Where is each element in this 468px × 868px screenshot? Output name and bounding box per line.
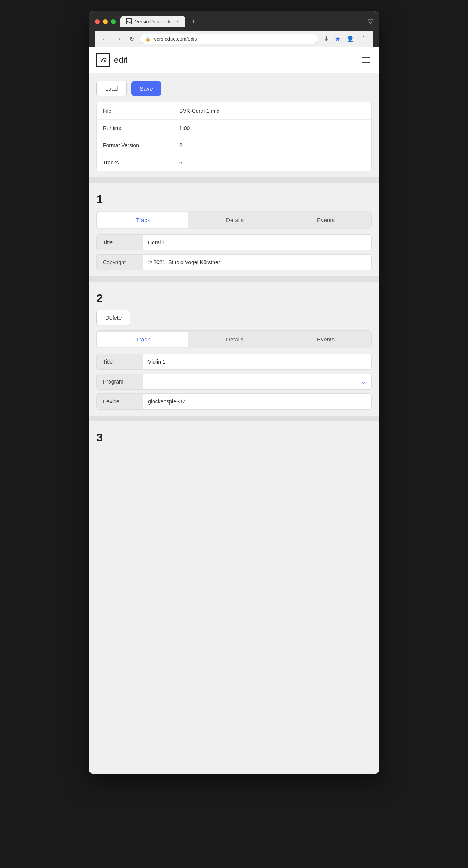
format-version-row: Format Version 2 <box>97 137 371 154</box>
track-1-number: 1 <box>96 189 372 206</box>
traffic-lights <box>95 19 116 24</box>
track-2-title-row: Title <box>96 354 372 370</box>
section-divider-2 <box>89 276 379 282</box>
url-text: versioduo.com/edit/ <box>154 36 197 42</box>
new-tab-button[interactable]: + <box>188 17 199 26</box>
back-button[interactable]: ← <box>99 34 110 44</box>
nav-actions: ⬇ ★ 👤 ⋮ <box>322 34 369 44</box>
toolbar: Load Save <box>96 81 372 96</box>
tab-bar: V2 Versio Duo - edit × + <box>120 16 363 27</box>
track-1-title-row: Title <box>96 234 372 250</box>
runtime-label: Runtime <box>103 125 179 131</box>
track-1-tab-track[interactable]: Track <box>98 212 188 228</box>
download-button[interactable]: ⬇ <box>322 34 331 44</box>
app-header: V2 edit <box>89 47 379 73</box>
hamburger-line-1 <box>362 57 370 58</box>
page-content: V2 edit Load Save File SVK-Coral-1.mid <box>89 47 379 774</box>
track-2-program-select[interactable]: ⌄ <box>143 374 371 389</box>
track-1-title-label: Title <box>97 235 143 250</box>
main-content: Load Save File SVK-Coral-1.mid Runtime 1… <box>89 73 379 455</box>
hamburger-line-2 <box>362 60 370 60</box>
profile-button[interactable]: 👤 <box>344 34 356 44</box>
refresh-button[interactable]: ↻ <box>127 34 136 44</box>
tracks-label: Tracks <box>103 159 179 166</box>
section-divider-1 <box>89 177 379 183</box>
track-2-tab-details[interactable]: Details <box>189 331 280 348</box>
track-2-device-label: Device <box>97 394 143 409</box>
file-value: SVK-Coral-1.mid <box>179 108 219 114</box>
track-2-program-row: Program ⌄ <box>96 374 372 390</box>
track-section-2: 2 Delete Track Details Events Title Prog… <box>96 288 372 410</box>
track-3-number: 3 <box>96 427 372 448</box>
track-1-copyright-input[interactable] <box>143 255 371 270</box>
format-version-label: Format Version <box>103 142 179 148</box>
bookmark-button[interactable]: ★ <box>333 34 343 44</box>
hamburger-line-3 <box>362 62 370 63</box>
runtime-row: Runtime 1:00 <box>97 120 371 137</box>
hamburger-menu[interactable] <box>360 55 372 65</box>
app-title: edit <box>114 55 127 65</box>
track-2-tab-track[interactable]: Track <box>98 332 188 347</box>
track-2-delete-button[interactable]: Delete <box>96 310 130 325</box>
track-2-program-label: Program <box>97 374 143 389</box>
track-1-tab-group: Track Details Events <box>96 211 372 229</box>
track-2-device-input[interactable] <box>143 394 371 409</box>
track-1-tab-details[interactable]: Details <box>189 211 280 229</box>
track-1-fields: Title Copyright <box>96 234 372 270</box>
close-traffic-light[interactable] <box>95 19 100 24</box>
track-2-tab-events[interactable]: Events <box>280 331 371 348</box>
track-section-1: 1 Track Details Events Title Copyright <box>96 189 372 270</box>
track-1-title-input[interactable] <box>143 235 371 250</box>
forward-button[interactable]: → <box>113 34 124 44</box>
file-row: File SVK-Coral-1.mid <box>97 102 371 120</box>
track-1-copyright-label: Copyright <box>97 255 143 270</box>
address-bar[interactable]: 🔒 versioduo.com/edit/ <box>140 34 318 44</box>
maximize-traffic-light[interactable] <box>111 19 116 24</box>
section-divider-3 <box>89 416 379 421</box>
chevron-down-icon: ⌄ <box>361 379 366 385</box>
tracks-value: 6 <box>179 159 182 166</box>
runtime-value: 1:00 <box>179 125 190 131</box>
active-tab[interactable]: V2 Versio Duo - edit × <box>120 16 185 27</box>
file-label: File <box>103 108 179 114</box>
track-2-tab-group: Track Details Events <box>96 330 372 348</box>
browser-menu-icon[interactable]: ▽ <box>368 17 373 26</box>
track-section-3: 3 <box>96 427 372 448</box>
titlebar: V2 Versio Duo - edit × + ▽ ← → ↻ 🔒 versi… <box>89 11 379 47</box>
nav-bar: ← → ↻ 🔒 versioduo.com/edit/ ⬇ ★ 👤 ⋮ <box>95 31 373 47</box>
track-2-title-label: Title <box>97 354 143 369</box>
minimize-traffic-light[interactable] <box>103 19 108 24</box>
load-button[interactable]: Load <box>96 81 127 96</box>
app-logo: V2 edit <box>96 53 127 67</box>
track-2-device-row: Device <box>96 393 372 410</box>
tab-favicon: V2 <box>126 18 132 24</box>
save-button[interactable]: Save <box>131 81 161 96</box>
track-2-title-input[interactable] <box>143 354 371 369</box>
tracks-row: Tracks 6 <box>97 154 371 171</box>
browser-menu-button[interactable]: ⋮ <box>358 34 369 44</box>
lock-icon: 🔒 <box>145 36 151 42</box>
track-2-number: 2 <box>96 288 372 305</box>
logo-box: V2 <box>96 53 110 67</box>
browser-window: V2 Versio Duo - edit × + ▽ ← → ↻ 🔒 versi… <box>89 11 379 774</box>
track-1-tab-events[interactable]: Events <box>280 211 371 229</box>
track-2-fields: Title Program ⌄ Device <box>96 354 372 410</box>
tab-close-button[interactable]: × <box>175 19 180 24</box>
file-info-table: File SVK-Coral-1.mid Runtime 1:00 Format… <box>96 102 372 171</box>
tab-title: Versio Duo - edit <box>135 19 172 24</box>
format-version-value: 2 <box>179 142 182 148</box>
track-1-copyright-row: Copyright <box>96 254 372 270</box>
